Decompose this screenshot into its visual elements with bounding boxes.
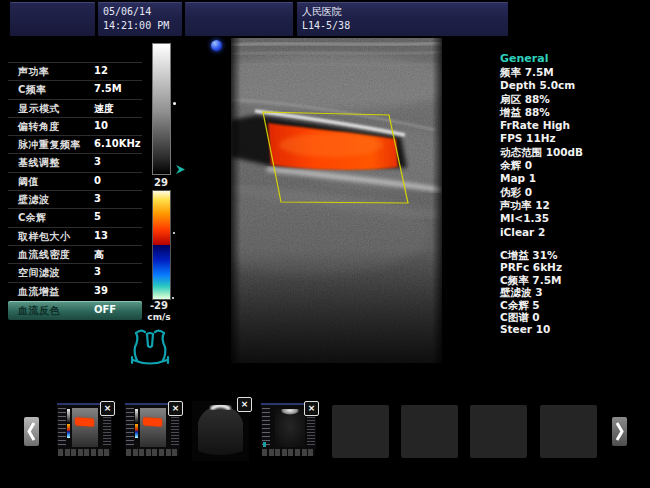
readout-line: 余辉 0 [500,159,648,172]
readout-line: C频率 7.5M [500,274,648,286]
color-doppler-bar [152,190,171,300]
param-value: 0 [94,175,101,186]
param-label: 取样包大小 [18,230,71,244]
param-value: 5 [94,211,101,222]
thumbnail-3[interactable]: × [192,401,249,461]
thumbnail-close-icon[interactable]: × [168,401,183,416]
date-text: 05/06/14 [103,5,169,19]
readout-line: C图谱 0 [500,311,648,323]
param-value: 10 [94,120,108,131]
time-text: 14:21:00 PM [103,19,169,33]
param-row-c-persistence[interactable]: C余辉5 [8,208,142,226]
readout-line: 动态范围 100dB [500,146,648,159]
param-label: C频率 [18,83,47,97]
thumbnail-1[interactable]: × [57,403,112,449]
logo-box [10,2,95,36]
thumbnail-cine-strip [58,449,111,456]
thumbnail-slot-empty [401,405,458,458]
ultrasound-image[interactable] [231,38,442,363]
param-row-color-gain[interactable]: 血流增益39 [8,282,142,300]
datetime-box: 05/06/1414:21:00 PM [98,2,182,36]
param-value: 7.5M [94,83,122,94]
thumbnail-mini-params [126,408,134,446]
param-label: 基线调整 [18,156,60,170]
param-row-c-frequency[interactable]: C频率7.5M [8,80,142,98]
hospital-name: 人民医院 [302,5,350,19]
param-row-baseline[interactable]: 基线调整3 [8,153,142,171]
hospital-probe-box: 人民医院L14-5/38 [297,2,508,36]
readout-header: General [500,52,648,66]
param-label: 空间滤波 [18,266,60,280]
thumbnail-cine-strip [126,449,179,456]
velocity-max-label: 29 [146,177,176,188]
thumbnail-bodymark-dot [263,442,266,447]
param-label: 血流线密度 [18,248,71,262]
thumbnail-slot-empty [540,405,597,458]
param-row-acoustic-power[interactable]: 声功率12 [8,62,142,80]
param-row-packet-size[interactable]: 取样包大小13 [8,227,142,245]
readout-line: C增益 31% [500,249,648,261]
parameter-menu: 声功率12 C频率7.5M 显示模式速度 偏转角度10 脉冲重复频率6.10KH… [8,62,142,320]
readout-line: 频率 7.5M [500,66,648,79]
scale-end-dot [172,297,174,299]
readout-line: Steer 10 [500,323,648,335]
velocity-unit-label: cm/s [144,312,174,322]
param-label: 偏转角度 [18,120,60,134]
thumbnail-close-icon[interactable]: × [237,397,252,412]
thumbnail-4[interactable]: × [261,403,316,449]
readout-line: 壁滤波 3 [500,286,648,298]
grayscale-bar [152,43,171,175]
param-value: OFF [94,304,116,315]
thumbnail-mini-image [275,409,305,447]
thumbnail-slot-empty [470,405,527,458]
readout-line: Map 1 [500,172,648,185]
filmstrip-prev-button[interactable] [24,417,39,446]
thumbnail-mini-graybar [135,409,138,422]
param-row-wall-filter[interactable]: 壁滤波3 [8,190,142,208]
readout-line: PRFc 6kHz [500,261,648,273]
thumbnail-close-icon[interactable]: × [304,401,319,416]
param-row-line-density[interactable]: 血流线密度高 [8,245,142,263]
param-row-display-mode[interactable]: 显示模式速度 [8,99,142,117]
velocity-min-label: -29 [144,300,174,311]
datetime-text: 05/06/1414:21:00 PM [103,5,169,33]
param-value: 12 [94,65,108,76]
thumbnail-mini-params [58,408,66,446]
param-label: 声功率 [18,65,50,79]
body-marker-icon [128,326,172,370]
colorbar-positive [153,191,170,245]
thumbnail-close-icon[interactable]: × [100,401,115,416]
thumbnail-doppler-blob [75,417,94,426]
ultrasound-system-screen: 05/06/1414:21:00 PM 人民医院L14-5/38 声功率12 C… [0,0,650,488]
ultrasound-image-area[interactable] [231,38,442,363]
thumbnail-mini-params [262,408,270,446]
readout-line: 伪彩 0 [500,186,648,199]
readout-line: FPS 11Hz [500,132,648,145]
image-readout-panel: General 频率 7.5M Depth 5.0cm 扇区 88% 增益 88… [500,52,648,239]
thumbnail-mini-graybar [67,409,70,422]
thumbnail-doppler-blob [143,417,162,426]
param-row-spatial-filter[interactable]: 空间滤波3 [8,263,142,281]
thumbnail-2[interactable]: × [125,403,180,449]
param-label: 阈值 [18,175,39,189]
param-label: 显示模式 [18,102,60,116]
chevron-right-icon [614,421,625,442]
param-value: 13 [94,230,108,241]
readout-line: MI<1.35 [500,212,648,225]
status-led-icon [211,40,222,51]
param-label: C余辉 [18,211,47,225]
readout-line: Depth 5.0cm [500,79,648,92]
param-value: 6.10KHz [94,138,141,149]
thumbnail-mini-colorbar [67,424,70,438]
param-row-steer-angle[interactable]: 偏转角度10 [8,117,142,135]
chevron-left-icon [26,421,37,442]
param-value: 3 [94,193,101,204]
param-label: 脉冲重复频率 [18,138,81,152]
param-row-flow-invert-selected[interactable]: 血流反色OFF [8,301,142,320]
thumbnail-mini-image [72,408,98,447]
param-row-prf[interactable]: 脉冲重复频率6.10KHz [8,135,142,153]
readout-line: 声功率 12 [500,199,648,212]
filmstrip-next-button[interactable] [612,417,627,446]
param-row-threshold[interactable]: 阈值0 [8,172,142,190]
param-value: 3 [94,266,101,277]
